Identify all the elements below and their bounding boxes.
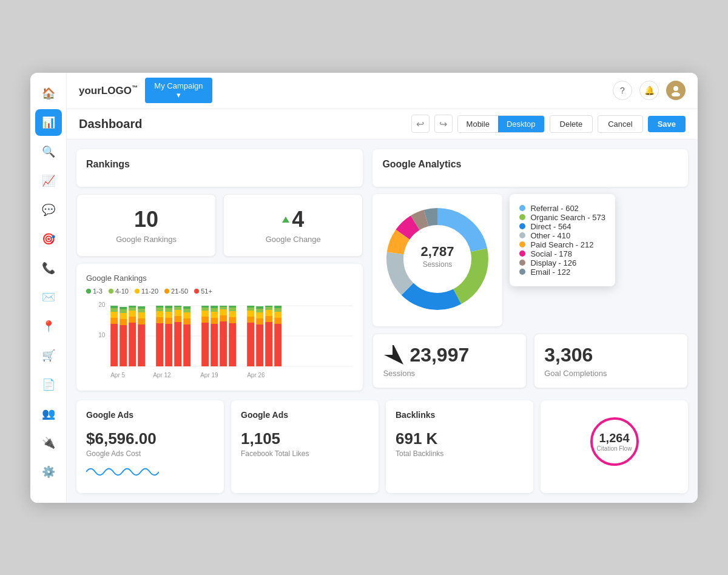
svg-text:10: 10 (98, 332, 106, 338)
svg-rect-37 (174, 322, 181, 366)
mobile-view-button[interactable]: Mobile (458, 116, 498, 132)
bottom-row: Google Ads $6,596.00 Google Ads Cost Goo… (76, 400, 688, 493)
svg-rect-78 (265, 316, 272, 322)
sidebar-item-target[interactable]: 🎯 (35, 226, 62, 252)
svg-rect-84 (274, 312, 281, 318)
svg-rect-38 (174, 316, 181, 322)
svg-rect-21 (129, 306, 136, 308)
sidebar-item-phone[interactable]: 📞 (35, 255, 62, 281)
sidebar-item-chart[interactable]: 📈 (35, 167, 62, 194)
svg-rect-57 (220, 321, 227, 366)
legend-item-4-10: 4-10 (109, 288, 129, 295)
cancel-button[interactable]: Cancel (598, 115, 642, 133)
google-ads-cost-label: Google Ads Cost (86, 449, 214, 458)
google-ads-1-title: Google Ads (86, 410, 214, 420)
svg-rect-39 (174, 310, 181, 316)
analytics-main-area: 2,787 Sessions Referral - 602 (372, 194, 688, 326)
sessions-label: Sessions (383, 369, 516, 378)
svg-rect-73 (256, 318, 263, 324)
svg-rect-19 (129, 311, 136, 317)
svg-rect-16 (120, 307, 127, 309)
desktop-view-button[interactable]: Desktop (498, 116, 544, 132)
svg-rect-79 (265, 310, 272, 316)
svg-text:2,787: 2,787 (421, 244, 454, 259)
svg-rect-40 (174, 307, 181, 310)
svg-rect-9 (110, 312, 118, 318)
svg-point-1 (672, 92, 680, 96)
google-ads-cost-value: $6,596.00 (86, 429, 214, 448)
google-ads-2-title: Google Ads (241, 410, 369, 420)
svg-rect-62 (229, 323, 236, 366)
sessions-value: 23,997 (383, 344, 516, 366)
donut-chart-wrapper: 2,787 Sessions (372, 194, 502, 326)
svg-rect-25 (138, 309, 145, 312)
sidebar-item-plugin[interactable]: 🔌 (35, 429, 62, 456)
logo: yourLOGO™ (79, 84, 138, 97)
svg-rect-27 (156, 323, 163, 366)
sidebar-item-home[interactable]: 🏠 (35, 80, 62, 107)
logo-area: yourLOGO™ My Campaign ▾ (79, 78, 212, 103)
dot-display (519, 260, 525, 266)
sidebar-item-mail[interactable]: ✉️ (35, 284, 62, 311)
dot-referral (519, 205, 525, 211)
sidebar-item-document[interactable]: 📄 (35, 371, 62, 398)
rankings-chart-card: Google Rankings 1-3 4-10 (76, 264, 363, 391)
sidebar-item-chat[interactable]: 💬 (35, 197, 62, 223)
svg-rect-51 (201, 306, 209, 308)
rankings-title: Rankings (86, 159, 353, 170)
svg-rect-23 (138, 318, 145, 324)
save-button[interactable]: Save (648, 116, 686, 132)
sidebar-item-search[interactable]: 🔍 (35, 138, 62, 165)
app-container: 🏠 📊 🔍 📈 💬 🎯 📞 ✉️ 📍 🛒 📄 👥 🔌 ⚙️ yourLOGO™ … (30, 73, 698, 503)
ga-section-header: Google Analytics (372, 149, 688, 187)
svg-rect-67 (247, 323, 254, 366)
svg-rect-53 (211, 318, 218, 324)
dot-social (519, 251, 525, 257)
sidebar-item-dashboard[interactable]: 📊 (35, 109, 62, 136)
sidebar-item-people[interactable]: 👥 (35, 400, 62, 427)
redo-button[interactable]: ↪ (434, 115, 453, 133)
svg-text:Apr 5: Apr 5 (110, 372, 125, 378)
app-header: yourLOGO™ My Campaign ▾ ? 🔔 (67, 73, 698, 109)
svg-rect-71 (247, 306, 254, 308)
dot-email (519, 269, 525, 275)
svg-rect-70 (247, 308, 254, 311)
sidebar-item-cart[interactable]: 🛒 (35, 342, 62, 369)
facebook-likes-value: 1,105 (241, 429, 369, 448)
dot-paid (519, 241, 525, 247)
svg-rect-34 (165, 312, 172, 318)
svg-rect-80 (265, 307, 272, 310)
svg-rect-50 (201, 308, 209, 311)
svg-rect-13 (120, 319, 127, 325)
legend-item-21-50: 21-50 (164, 288, 188, 295)
campaign-button[interactable]: My Campaign ▾ (145, 78, 212, 103)
notifications-button[interactable]: 🔔 (639, 81, 659, 100)
svg-rect-47 (201, 323, 209, 366)
analytics-title: Google Analytics (382, 159, 678, 170)
svg-rect-72 (256, 324, 263, 366)
sidebar-item-location[interactable]: 📍 (35, 313, 62, 340)
svg-rect-56 (211, 306, 218, 308)
svg-rect-42 (183, 324, 190, 366)
delete-button[interactable]: Delete (550, 115, 593, 133)
backlinks-value: 691 K (396, 429, 524, 448)
google-change-value: 4 (292, 207, 304, 232)
svg-rect-14 (120, 313, 127, 319)
undo-button[interactable]: ↩ (411, 115, 430, 133)
svg-rect-24 (138, 312, 145, 318)
legend-dot-4-10 (109, 289, 113, 294)
svg-rect-17 (129, 323, 136, 366)
svg-rect-11 (110, 306, 118, 308)
page-title: Dashboard (79, 117, 411, 131)
help-button[interactable]: ? (613, 81, 632, 100)
avatar[interactable] (666, 81, 686, 100)
sidebar-item-settings[interactable]: ⚙️ (35, 459, 62, 485)
legend-dot-21-50 (164, 289, 169, 294)
svg-rect-85 (274, 308, 281, 312)
wavy-line (86, 463, 214, 483)
bar-chart: 20 10 (86, 300, 353, 378)
legend-direct: Direct - 564 (519, 222, 605, 231)
svg-rect-66 (229, 306, 236, 308)
goal-completions-value: 3,306 (544, 344, 678, 366)
svg-rect-82 (274, 324, 281, 366)
